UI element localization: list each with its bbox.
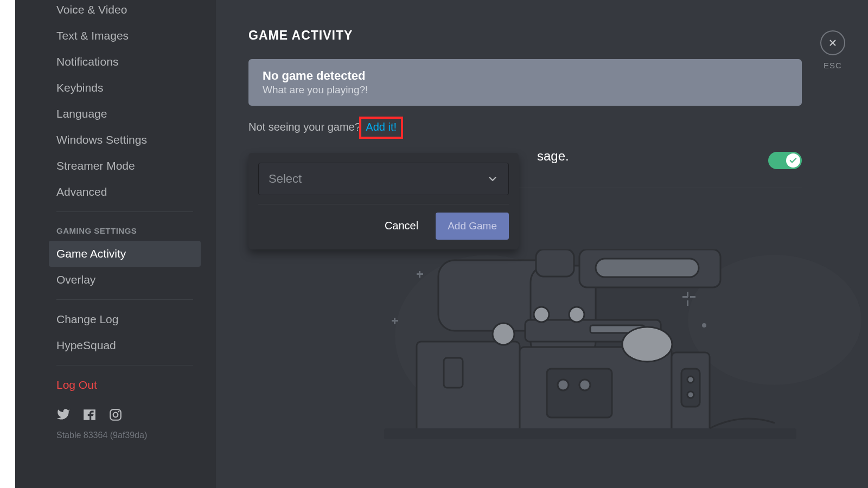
- svg-point-21: [622, 327, 672, 362]
- sidebar-item-keybinds[interactable]: Keybinds: [49, 75, 201, 101]
- svg-point-15: [558, 380, 569, 390]
- page-title: GAME ACTIVITY: [248, 28, 835, 43]
- sidebar-item-voice-video[interactable]: Voice & Video: [49, 0, 201, 23]
- svg-rect-5: [417, 342, 520, 434]
- svg-point-18: [534, 307, 549, 322]
- sidebar-item-advanced[interactable]: Advanced: [49, 179, 201, 205]
- twitter-icon[interactable]: [56, 408, 71, 424]
- svg-point-16: [579, 380, 590, 390]
- sidebar-divider: [56, 299, 193, 300]
- version-text: Stable 83364 (9af39da): [49, 427, 201, 444]
- svg-rect-14: [547, 369, 612, 418]
- prompt-text: Not seeing your game?: [248, 121, 361, 133]
- svg-point-2: [118, 411, 120, 413]
- add-game-prompt: Not seeing your game? Add it!: [248, 117, 835, 139]
- svg-point-24: [687, 376, 694, 383]
- svg-rect-12: [596, 259, 699, 277]
- esc-label: ESC: [824, 61, 842, 70]
- sidebar-item-change-log[interactable]: Change Log: [49, 306, 201, 332]
- no-game-banner: No game detected What are you playing?!: [248, 59, 802, 106]
- add-game-popover: Select Cancel Add Game: [248, 153, 519, 249]
- svg-rect-32: [690, 296, 695, 298]
- sidebar-item-logout[interactable]: Log Out: [49, 372, 201, 398]
- close-icon: [827, 37, 838, 48]
- svg-rect-30: [394, 318, 395, 324]
- add-game-button[interactable]: Add Game: [436, 213, 509, 240]
- sidebar-divider: [56, 211, 193, 212]
- popover-divider: [258, 204, 509, 204]
- banner-subtitle: What are you playing?!: [263, 84, 788, 96]
- select-placeholder: Select: [269, 172, 302, 186]
- game-select[interactable]: Select: [258, 163, 509, 195]
- sidebar-item-overlay[interactable]: Overlay: [49, 267, 201, 293]
- content-area: GAME ACTIVITY No game detected What are …: [216, 0, 868, 488]
- add-it-link[interactable]: Add it!: [366, 121, 397, 133]
- sidebar-item-windows-settings[interactable]: Windows Settings: [49, 127, 201, 153]
- status-message-label-partial: sage.: [537, 149, 569, 164]
- sidebar-item-notifications[interactable]: Notifications: [49, 49, 201, 75]
- settings-sidebar: Voice & Video Text & Images Notification…: [15, 0, 216, 488]
- close-button[interactable]: [820, 30, 845, 55]
- check-icon: [789, 156, 797, 165]
- sidebar-divider: [56, 365, 193, 365]
- svg-rect-23: [681, 369, 700, 407]
- svg-point-19: [569, 307, 584, 322]
- svg-point-8: [493, 323, 514, 345]
- sidebar-item-language[interactable]: Language: [49, 101, 201, 127]
- sidebar-item-text-images[interactable]: Text & Images: [49, 23, 201, 49]
- toggle-knob: [786, 153, 800, 168]
- svg-rect-26: [384, 428, 796, 439]
- svg-point-1: [113, 413, 118, 418]
- sidebar-category-gaming: GAMING SETTINGS: [49, 219, 201, 241]
- window-gutter: [0, 0, 15, 488]
- svg-point-25: [687, 391, 694, 398]
- svg-point-35: [702, 323, 706, 328]
- svg-rect-9: [444, 358, 463, 388]
- sidebar-item-hypesquad[interactable]: HypeSquad: [49, 332, 201, 358]
- arcade-illustration: [362, 249, 868, 466]
- svg-rect-34: [687, 300, 688, 306]
- highlight-box: Add it!: [359, 117, 403, 139]
- svg-rect-11: [536, 249, 574, 277]
- facebook-icon[interactable]: [82, 408, 97, 424]
- svg-rect-28: [419, 271, 420, 278]
- svg-rect-33: [687, 292, 688, 297]
- close-container: ESC: [820, 30, 845, 70]
- sidebar-item-game-activity[interactable]: Game Activity: [49, 241, 201, 267]
- chevron-down-icon: [487, 173, 499, 185]
- sidebar-item-streamer-mode[interactable]: Streamer Mode: [49, 153, 201, 179]
- banner-title: No game detected: [263, 69, 788, 83]
- instagram-icon[interactable]: [108, 408, 123, 424]
- status-toggle[interactable]: [768, 152, 802, 169]
- social-links: [49, 398, 201, 427]
- cancel-button[interactable]: Cancel: [373, 212, 430, 240]
